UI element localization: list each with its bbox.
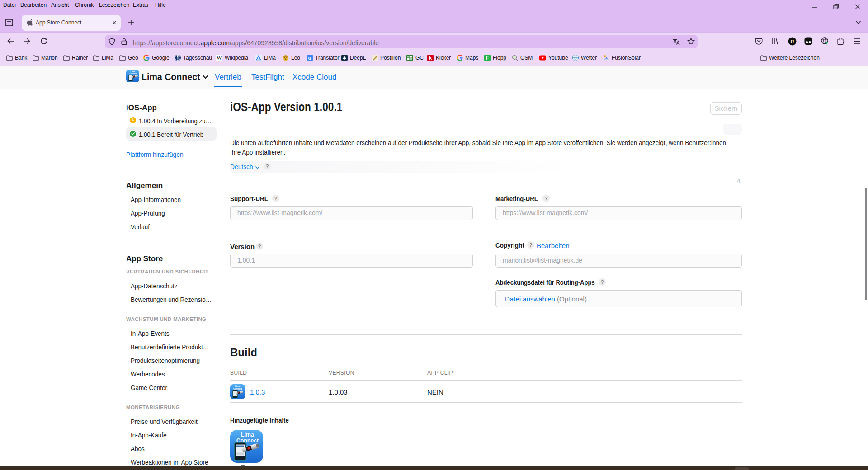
svg-text:F: F (486, 56, 489, 61)
svg-text:k: k (429, 55, 432, 61)
svg-text:Connect: Connect (233, 388, 242, 390)
svg-text:W: W (217, 55, 222, 61)
svg-text:G: G (308, 56, 311, 61)
svg-text:R: R (791, 39, 794, 44)
svg-text:Connect: Connect (129, 72, 137, 75)
